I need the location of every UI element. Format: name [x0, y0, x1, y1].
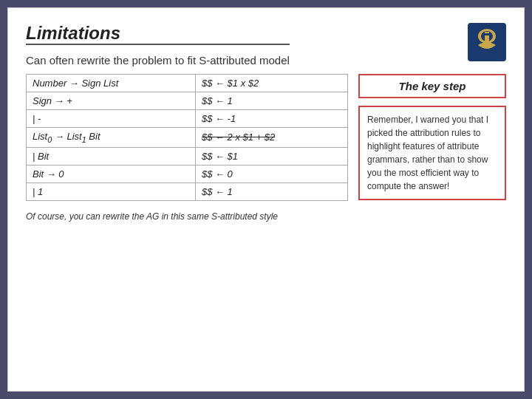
svg-rect-4 — [482, 33, 491, 35]
production-cell: | - — [27, 110, 196, 128]
note-box: Of course, you can rewrite the AG in thi… — [26, 208, 348, 225]
remember-box: Remember, I warned you that I picked the… — [358, 106, 506, 200]
grammar-table: Number → Sign List $$ ← $1 x $2 Sign → +… — [26, 74, 348, 201]
production-cell: List0 → List1 Bit — [27, 128, 196, 148]
table-row: | - $$ ← -1 — [27, 110, 348, 128]
production-cell: Bit → 0 — [27, 165, 196, 183]
table-row: List0 → List1 Bit $$ ← 2 x $1 + $2 — [27, 128, 348, 148]
left-column: Number → Sign List $$ ← $1 x $2 Sign → +… — [26, 74, 348, 225]
production-cell: Sign → + — [27, 92, 196, 110]
semantic-cell: $$ ← $1 x $2 — [195, 75, 347, 92]
table-row: Sign → + $$ ← 1 — [27, 92, 348, 110]
divider — [26, 44, 290, 45]
semantic-cell: $$ ← 0 — [195, 165, 347, 183]
title-area: Limitations Can often rewrite the proble… — [26, 23, 290, 74]
semantic-cell: $$ ← 1 — [195, 92, 347, 110]
production-cell: Number → Sign List — [27, 75, 196, 92]
right-column: The key step Remember, I warned you that… — [358, 74, 506, 225]
production-cell: | Bit — [27, 147, 196, 165]
content-area: Number → Sign List $$ ← $1 x $2 Sign → +… — [26, 74, 506, 225]
slide-subtitle: Can often rewrite the problem to fit S-a… — [26, 54, 290, 66]
table-row: Bit → 0 $$ ← 0 — [27, 165, 348, 183]
table-row: | Bit $$ ← $1 — [27, 147, 348, 165]
table-row: | 1 $$ ← 1 — [27, 183, 348, 200]
key-step-box: The key step — [358, 74, 506, 98]
semantic-cell: $$ ← -1 — [195, 110, 347, 128]
semantic-cell: $$ ← 1 — [195, 183, 347, 200]
university-crest-icon — [468, 23, 506, 61]
semantic-cell: $$ ← 2 x $1 + $2 — [195, 128, 347, 148]
header: Limitations Can often rewrite the proble… — [26, 23, 506, 74]
production-cell: | 1 — [27, 183, 196, 200]
slide-title: Limitations — [26, 23, 290, 44]
slide: Limitations Can often rewrite the proble… — [7, 7, 525, 392]
table-row: Number → Sign List $$ ← $1 x $2 — [27, 75, 348, 92]
semantic-cell: $$ ← $1 — [195, 147, 347, 165]
